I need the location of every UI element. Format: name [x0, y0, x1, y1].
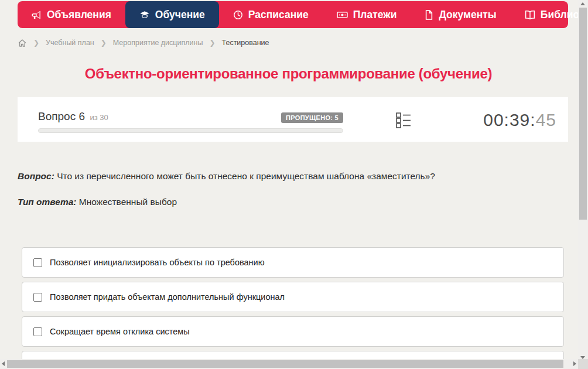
- answer-option-label: Позволяет придать объектам дополнительны…: [50, 292, 285, 302]
- horizontal-scrollbar[interactable]: [0, 359, 578, 369]
- nav-item-documents[interactable]: Документы: [411, 1, 510, 28]
- nav-item-library[interactable]: Библиотека: [511, 1, 588, 28]
- scrollbar-corner: [578, 359, 588, 369]
- breadcrumb-separator-icon: ❯: [33, 39, 39, 47]
- scroll-left-arrow-icon[interactable]: [2, 361, 5, 366]
- vertical-scrollbar[interactable]: [578, 0, 588, 369]
- answer-option-label: Позволяет инициализировать объекты по тр…: [50, 258, 265, 267]
- question-number-label: Вопрос 6: [38, 110, 85, 122]
- quiz-header-card: Вопрос 6 из 30 ПРОПУЩЕНО: 5 00:39:45: [18, 97, 568, 142]
- payments-icon: [337, 10, 348, 20]
- answer-type-block: Тип ответа: Множественный выбор: [18, 197, 562, 207]
- answer-option[interactable]: Позволяет придать объектам дополнительны…: [22, 282, 564, 312]
- question-list-button[interactable]: [396, 111, 411, 131]
- timer: 00:39:45: [411, 110, 559, 130]
- vertical-scrollbar-thumb[interactable]: [579, 8, 587, 220]
- scroll-up-arrow-icon[interactable]: [580, 2, 585, 5]
- breadcrumb: ❯ Учебный план ❯ Мероприятие дисциплины …: [18, 37, 269, 49]
- scroll-right-arrow-icon[interactable]: [573, 361, 576, 366]
- question-list-icon: [396, 111, 411, 129]
- nav-item-label: Объявления: [47, 9, 111, 21]
- question-number: Вопрос 6 из 30: [38, 110, 108, 123]
- home-icon[interactable]: [18, 39, 27, 47]
- breadcrumb-separator-icon: ❯: [101, 39, 107, 47]
- nav-item-education[interactable]: Обучение: [125, 1, 219, 28]
- answer-type-value: Множественный выбор: [79, 197, 177, 207]
- question-progress-column: Вопрос 6 из 30 ПРОПУЩЕНО: 5: [38, 109, 343, 133]
- breadcrumb-item-study-plan[interactable]: Учебный план: [46, 39, 94, 47]
- horizontal-scrollbar-thumb[interactable]: [7, 360, 563, 368]
- answer-checkbox[interactable]: [33, 293, 42, 302]
- answer-checkbox[interactable]: [33, 258, 42, 267]
- megaphone-icon: [32, 10, 42, 20]
- answer-option[interactable]: Сокращает время отклика системы: [22, 316, 564, 347]
- skipped-badge: ПРОПУЩЕНО: 5: [281, 112, 343, 123]
- nav-item-announcements[interactable]: Объявления: [18, 1, 125, 28]
- answer-option-label: Сокращает время отклика системы: [50, 327, 190, 336]
- question-prefix-label: Вопрос:: [18, 171, 54, 181]
- question-total-label: из 30: [90, 113, 108, 122]
- breadcrumb-item-testing: Тестирование: [222, 39, 269, 47]
- clock-icon: [233, 10, 243, 20]
- answer-type-label: Тип ответа:: [18, 197, 77, 207]
- page-title: Объектно-ориентированное программировани…: [0, 66, 577, 82]
- nav-item-schedule[interactable]: Расписание: [219, 1, 323, 28]
- question-progress-bar: [38, 128, 343, 133]
- nav-item-label: Документы: [439, 9, 496, 21]
- question-text: Что из перечисленного может быть отнесен…: [57, 171, 435, 181]
- document-icon: [425, 10, 433, 20]
- nav-item-label: Обучение: [155, 9, 205, 21]
- graduation-cap-icon: [139, 10, 150, 20]
- nav-item-label: Платежи: [353, 9, 397, 21]
- breadcrumb-item-discipline-event[interactable]: Мероприятие дисциплины: [113, 39, 203, 47]
- nav-item-label: Расписание: [248, 9, 309, 21]
- timer-main: 00:39:: [483, 110, 535, 129]
- answer-option[interactable]: Позволяет инициализировать объекты по тр…: [22, 247, 564, 278]
- question-block: Вопрос: Что из перечисленного может быть…: [18, 171, 562, 182]
- nav-item-payments[interactable]: Платежи: [323, 1, 411, 28]
- main-nav: Объявления Обучение Расписание Платежи Д…: [18, 1, 568, 28]
- breadcrumb-separator-icon: ❯: [209, 39, 215, 47]
- book-icon: [525, 10, 535, 20]
- answer-options-list: Позволяет инициализировать объекты по тр…: [22, 247, 564, 369]
- answer-checkbox[interactable]: [33, 327, 42, 336]
- timer-seconds: 45: [536, 110, 556, 129]
